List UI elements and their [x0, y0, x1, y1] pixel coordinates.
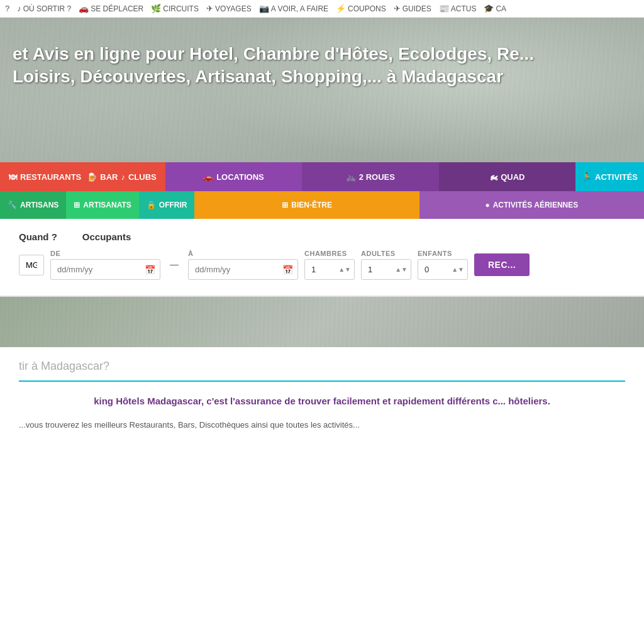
date-from-input[interactable] [50, 259, 160, 280]
hero-section: et Avis en ligne pour Hotel, Chambre d'H… [0, 18, 644, 219]
bottom-hero-texture [0, 297, 644, 347]
question-icon: ? [5, 4, 9, 13]
nav-circuits[interactable]: 🌿 CIRCUITS [151, 4, 199, 13]
coupon-icon: ⚡ [336, 4, 346, 13]
search-button[interactable]: REC... [474, 253, 530, 276]
bottom-hero-strip [0, 297, 644, 347]
adultes-select[interactable]: 1 2 3 4 [361, 259, 411, 280]
location-select-wrap: MG [19, 255, 44, 275]
when-label: Quand ? [19, 231, 57, 242]
guides-icon: ✈ [394, 4, 401, 13]
calendar-to-icon: 📅 [282, 265, 293, 275]
content-section: tir à Madagascar? king Hôtels Madagascar… [0, 347, 644, 444]
nav-actus[interactable]: 📰 ACTUS [439, 4, 477, 13]
cat-restaurants-button[interactable]: 🍽 RESTAURANTS 🍺 BAR ♪ CLUBS [0, 162, 165, 191]
cat-locations-button[interactable]: 🚗 LOCATIONS [165, 162, 302, 191]
cat-artisans-button[interactable]: 🔧 ARTISANS [0, 191, 66, 219]
nav-a-voir[interactable]: 📷 A VOIR, A FAIRE [259, 4, 328, 13]
news-icon: 📰 [439, 4, 449, 13]
bien-etre-icon: ⊞ [282, 201, 288, 209]
de-label: DE [50, 250, 160, 257]
cat-offrir-button[interactable]: 🔒 OFFRIR [139, 191, 195, 219]
calendar-from-icon: 📅 [145, 265, 155, 275]
car2-icon: 🚗 [203, 172, 213, 182]
lock-icon: 🔒 [147, 201, 156, 209]
chambres-label: CHAMBRES [304, 250, 355, 257]
car-icon: 🚗 [79, 4, 89, 13]
cat-artisanats-button[interactable]: ⊞ ARTISANATS [66, 191, 138, 219]
date-to-field: À 📅 [188, 250, 298, 280]
plane-icon: ✈ [206, 4, 213, 13]
category-nav-row2: 🔧 ARTISANS ⊞ ARTISANATS 🔒 OFFRIR ⊞ BIEN-… [0, 191, 644, 219]
nav-question[interactable]: ? [5, 4, 9, 13]
quad-icon: 🏍 [489, 172, 497, 182]
chambres-select[interactable]: 1 2 3 4 [304, 259, 355, 280]
date-from-wrap: 📅 [50, 259, 160, 280]
enfants-field: ENFANTS 0 1 2 3 ▲▼ [418, 250, 468, 280]
occupants-label: Occupants [82, 231, 131, 242]
location-field: MG [19, 255, 44, 275]
activity-icon: 🏃 [582, 172, 592, 182]
a-label: À [188, 250, 298, 257]
cat-activites-aeriennes-button[interactable]: ● ACTIVITÉS AÉRIENNES [419, 191, 644, 219]
chambres-field: CHAMBRES 1 2 3 4 ▲▼ [304, 250, 355, 280]
adultes-field: ADULTES 1 2 3 4 ▲▼ [361, 250, 411, 280]
grid-icon: ⊞ [74, 201, 80, 209]
restaurants-icon: 🍽 [9, 172, 17, 182]
search-area: Quand ? Occupants MG DE 📅 — À [0, 219, 644, 297]
artisans-icon: 🔧 [8, 201, 17, 209]
date-to-wrap: 📅 [188, 259, 298, 280]
ca-icon: 🎓 [484, 4, 494, 13]
intro-paragraph: king Hôtels Madagascar, c'est l'assuranc… [19, 393, 625, 409]
enfants-select[interactable]: 0 1 2 3 [418, 259, 468, 280]
nav-se-deplacer[interactable]: 🚗 SE DÉPLACER [79, 4, 143, 13]
aerial-icon: ● [485, 201, 489, 209]
chambres-select-wrap: 1 2 3 4 ▲▼ [304, 259, 355, 280]
cat-bien-etre-button[interactable]: ⊞ BIEN-ÊTRE [194, 191, 419, 219]
hero-text: et Avis en ligne pour Hotel, Chambre d'H… [0, 43, 644, 89]
enfants-label: ENFANTS [418, 250, 468, 257]
location-select[interactable]: MG [19, 255, 44, 275]
bike-icon: 🚲 [346, 172, 356, 182]
category-nav-row1: 🍽 RESTAURANTS 🍺 BAR ♪ CLUBS 🚗 LOCATIONS … [0, 162, 644, 191]
date-from-field: DE 📅 [50, 250, 160, 280]
music-icon: ♪ [17, 4, 21, 13]
hero-title: et Avis en ligne pour Hotel, Chambre d'H… [13, 43, 631, 89]
nav-guides[interactable]: ✈ GUIDES [394, 4, 431, 13]
search-labels-row: Quand ? Occupants [19, 231, 625, 242]
body-paragraph: ...vous trouverez les meilleurs Restaura… [19, 419, 625, 432]
enfants-select-wrap: 0 1 2 3 ▲▼ [418, 259, 468, 280]
adultes-label: ADULTES [361, 250, 411, 257]
music-note-icon: ♪ [121, 172, 125, 182]
search-fields-row: MG DE 📅 — À 📅 CHAMBRES [19, 250, 625, 280]
separator: — [170, 260, 179, 270]
nav-coupons[interactable]: ⚡ COUPONS [336, 4, 386, 13]
date-to-input[interactable] [188, 259, 298, 280]
search-question-text: tir à Madagascar? [19, 360, 625, 382]
bar-icon: 🍺 [87, 172, 97, 182]
cat-activites-button[interactable]: 🏃 ACTIVITÉS [575, 162, 644, 191]
cat-2roues-button[interactable]: 🚲 2 ROUES [302, 162, 438, 191]
camera-icon: 📷 [259, 4, 269, 13]
nav-voyages[interactable]: ✈ VOYAGES [206, 4, 252, 13]
cat-quad-button[interactable]: 🏍 QUAD [439, 162, 575, 191]
nav-ou-sortir[interactable]: ♪ OÙ SORTIR ? [17, 4, 71, 13]
adultes-select-wrap: 1 2 3 4 ▲▼ [361, 259, 411, 280]
leaf-icon: 🌿 [151, 4, 161, 13]
top-navigation: ? ♪ OÙ SORTIR ? 🚗 SE DÉPLACER 🌿 CIRCUITS… [0, 0, 644, 18]
nav-ca[interactable]: 🎓 CA [484, 4, 506, 13]
